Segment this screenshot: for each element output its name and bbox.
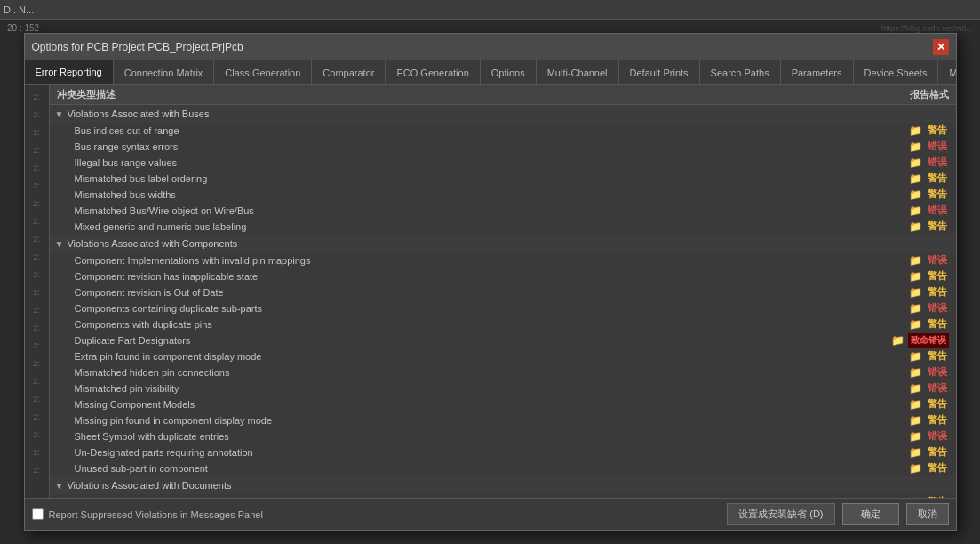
row-label: Extra pin found in component display mod… <box>75 351 849 362</box>
table-row[interactable]: Illegal bus range values 📁 错误 <box>50 155 956 171</box>
row-label: Sheet Symbol with duplicate entries <box>75 431 849 442</box>
row-label: Mismatched Bus/Wire object on Wire/Bus <box>75 205 849 216</box>
folder-icon: 📁 <box>909 156 922 169</box>
suppress-violations-label: Report Suppressed Violations in Messages… <box>49 509 263 520</box>
row-label: Components containing duplicate sub-part… <box>75 303 849 314</box>
ok-button[interactable]: 确定 <box>842 503 899 525</box>
close-button[interactable]: ✕ <box>933 39 949 55</box>
tab-default-prints[interactable]: Default Prints <box>619 60 700 85</box>
folder-icon: 📁 <box>909 318 922 331</box>
row-label: Mismatched bus widths <box>75 189 849 200</box>
table-row[interactable]: Un-Designated parts requiring annotation… <box>50 444 956 460</box>
table-row[interactable]: Components with duplicate pins 📁 警告 <box>50 316 956 332</box>
table-row[interactable]: Missing pin found in component display m… <box>50 412 956 428</box>
row-badge[interactable]: 📁 警告 <box>849 316 956 332</box>
suppress-violations-checkbox[interactable] <box>32 508 44 520</box>
row-badge[interactable]: 📁 错误 <box>849 364 956 380</box>
table-row[interactable]: Bus indices out of range 📁 警告 <box>50 123 956 139</box>
table-row[interactable]: Extra pin found in component display mod… <box>50 348 956 364</box>
badge: 错误 <box>926 428 949 444</box>
row-badge[interactable]: 📁 警告 <box>849 219 956 234</box>
tab-options[interactable]: Options <box>481 60 537 85</box>
row-badge[interactable]: 📁 致命错误 <box>849 333 956 348</box>
folder-icon: 📁 <box>909 366 922 379</box>
badge: 警告 <box>926 171 949 186</box>
row-label: Un-Designated parts requiring annotation <box>75 447 849 458</box>
section-label: Violations Associated with Components <box>67 238 237 249</box>
badge: 错误 <box>926 203 949 218</box>
row-badge[interactable]: 📁 警告 <box>849 284 956 300</box>
row-badge[interactable]: 📁 警告 <box>849 171 956 186</box>
tab-managed[interactable]: Managed <box>938 60 955 85</box>
folder-icon: 📁 <box>909 220 922 233</box>
folder-icon: 📁 <box>891 334 904 347</box>
row-badge[interactable]: 📁 错误 <box>849 252 956 268</box>
tab-class-generation[interactable]: Class Generation <box>214 60 312 85</box>
badge: 警告 <box>926 412 949 428</box>
table-container: 冲突类型描述 报告格式 ▼Violations Associated with … <box>50 85 956 498</box>
row-badge[interactable]: 📁 警告 <box>849 460 956 476</box>
table-row[interactable]: Duplicate Part Designators 📁 致命错误 <box>50 332 956 348</box>
table-row[interactable]: Component revision has inapplicable stat… <box>50 268 956 284</box>
row-label: Bus indices out of range <box>75 125 849 136</box>
tab-search-paths[interactable]: Search Paths <box>700 60 781 85</box>
tab-multi-channel[interactable]: Multi-Channel <box>537 60 619 85</box>
table-row[interactable]: Bus range syntax errors 📁 错误 <box>50 139 956 155</box>
badge: 警告 <box>926 123 949 138</box>
expand-icon: ▼ <box>55 109 64 119</box>
table-row[interactable]: Mismatched hidden pin connections 📁 错误 <box>50 364 956 380</box>
row-badge[interactable]: 📁 警告 <box>849 348 956 364</box>
cancel-button[interactable]: 取消 <box>906 503 949 525</box>
table-row[interactable]: Component Implementations with invalid p… <box>50 252 956 268</box>
section-header-documents[interactable]: ▼Violations Associated with Documents <box>50 476 956 494</box>
tab-eco-generation[interactable]: ECO Generation <box>386 60 480 85</box>
section-label: Violations Associated with Buses <box>67 108 209 119</box>
section-header-components[interactable]: ▼Violations Associated with Components <box>50 235 956 252</box>
toolbar: D.. N... <box>0 0 980 20</box>
tab-device-sheets[interactable]: Device Sheets <box>854 60 939 85</box>
row-badge[interactable]: 📁 警告 <box>849 396 956 412</box>
folder-icon: 📁 <box>909 188 922 201</box>
row-badge[interactable]: 📁 错误 <box>849 428 956 444</box>
toolbar-title: D.. N... <box>4 4 34 15</box>
tab-parameters[interactable]: Parameters <box>781 60 854 85</box>
row-badge[interactable]: 📁 警告 <box>849 444 956 460</box>
row-badge[interactable]: 📁 错误 <box>849 380 956 396</box>
table-row[interactable]: Mismatched pin visibility 📁 错误 <box>50 380 956 396</box>
row-badge[interactable]: 📁 错误 <box>849 300 956 316</box>
tab-comparator[interactable]: Comparator <box>312 60 386 85</box>
footer-bar: Report Suppressed Violations in Messages… <box>25 498 956 530</box>
col-header-desc: 冲突类型描述 <box>50 88 849 101</box>
table-row[interactable]: Mixed generic and numeric bus labeling 📁… <box>50 219 956 235</box>
row-badge[interactable]: 📁 警告 <box>849 187 956 202</box>
tab-connection-matrix[interactable]: Connection Matrix <box>114 60 215 85</box>
row-badge[interactable]: 📁 警告 <box>849 412 956 428</box>
table-row[interactable]: Components containing duplicate sub-part… <box>50 300 956 316</box>
section-header-buses[interactable]: ▼Violations Associated with Buses <box>50 105 956 123</box>
table-row[interactable]: Mismatched bus widths 📁 警告 <box>50 187 956 203</box>
button-group: 设置成安装缺省 (D) 确定 取消 <box>727 503 948 525</box>
table-body[interactable]: ▼Violations Associated with Buses Bus in… <box>50 105 956 498</box>
row-badge[interactable]: 📁 错误 <box>849 203 956 218</box>
folder-icon: 📁 <box>909 430 922 443</box>
folder-icon: 📁 <box>909 398 922 411</box>
folder-icon: 📁 <box>909 124 922 137</box>
folder-icon: 📁 <box>909 382 922 395</box>
table-row[interactable]: Missing Component Models 📁 警告 <box>50 396 956 412</box>
row-badge[interactable]: 📁 警告 <box>849 268 956 284</box>
folder-icon: 📁 <box>909 446 922 459</box>
table-row[interactable]: Mismatched Bus/Wire object on Wire/Bus 📁… <box>50 203 956 219</box>
row-badge[interactable]: 📁 错误 <box>849 155 956 170</box>
install-default-button[interactable]: 设置成安装缺省 (D) <box>727 503 834 525</box>
table-row[interactable]: Unused sub-part in component 📁 警告 <box>50 460 956 476</box>
row-badge[interactable]: 📁 警告 <box>849 123 956 138</box>
badge: 警告 <box>926 348 949 364</box>
table-row[interactable]: Sheet Symbol with duplicate entries 📁 错误 <box>50 428 956 444</box>
badge: 警告 <box>926 444 949 460</box>
row-badge[interactable]: 📁 错误 <box>849 139 956 154</box>
table-row[interactable]: Mismatched bus label ordering 📁 警告 <box>50 171 956 187</box>
tab-error-reporting[interactable]: Error Reporting <box>25 60 114 85</box>
folder-icon: 📁 <box>909 350 922 363</box>
table-row[interactable]: Component revision is Out of Date 📁 警告 <box>50 284 956 300</box>
badge: 错误 <box>926 364 949 380</box>
